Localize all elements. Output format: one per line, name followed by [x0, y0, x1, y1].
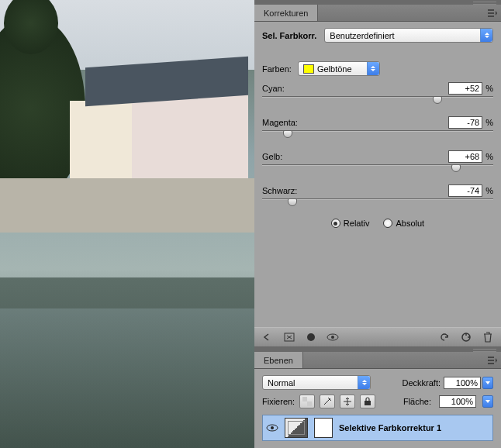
schwarz-slider[interactable] [262, 198, 493, 208]
svg-point-9 [271, 426, 274, 429]
radio-icon [383, 219, 392, 228]
slider-thumb[interactable] [451, 164, 461, 172]
ebenen-tab-label: Ebenen [264, 356, 293, 365]
gelb-label: Gelb: [262, 152, 282, 161]
previous-state-icon[interactable] [437, 331, 451, 343]
clip-layer-icon[interactable] [304, 331, 318, 343]
svg-point-3 [331, 336, 334, 339]
preset-value: Benutzerdefiniert [330, 31, 394, 40]
schwarz-label: Schwarz: [262, 186, 297, 195]
lock-label: Fixieren: [262, 397, 295, 406]
percent-label: % [485, 152, 493, 161]
expand-view-icon[interactable] [282, 331, 296, 343]
panel-grip[interactable] [254, 0, 501, 5]
cyan-value-input[interactable] [448, 82, 482, 95]
percent-label: % [485, 186, 493, 195]
method-relativ-radio[interactable]: Relativ [331, 219, 370, 228]
farben-dropdown[interactable]: Gelbtöne [298, 61, 380, 76]
gelb-value-input[interactable] [448, 150, 482, 163]
adjustment-type-label: Sel. Farbkorr. [262, 31, 316, 40]
korrekturen-tab[interactable]: Korrekturen [254, 5, 318, 21]
panel-grip[interactable] [254, 347, 501, 352]
slider-thumb[interactable] [288, 198, 297, 206]
slider-thumb[interactable] [283, 130, 292, 138]
layer-name-label: Selektive Farbkorrektur 1 [339, 423, 441, 432]
svg-rect-5 [302, 397, 307, 401]
color-swatch-icon [303, 64, 314, 74]
opacity-label: Deckkraft: [402, 378, 441, 388]
magenta-slider[interactable] [262, 130, 493, 140]
chevron-updown-icon [367, 62, 379, 75]
fill-label: Fläche: [403, 397, 431, 406]
cyan-slider[interactable] [262, 96, 493, 105]
visibility-eye-icon[interactable] [266, 422, 278, 434]
lock-transparency-icon[interactable] [299, 395, 315, 408]
trash-icon[interactable] [481, 331, 495, 343]
dropdown-arrow-icon[interactable] [482, 377, 493, 389]
ebenen-tab[interactable]: Ebenen [254, 352, 303, 368]
layer-row[interactable]: Selektive Farbkorrektur 1 [262, 415, 493, 441]
farben-value: Gelbtöne [317, 64, 352, 74]
magenta-label: Magenta: [262, 118, 298, 127]
lock-pixels-icon[interactable] [320, 395, 335, 408]
svg-rect-7 [365, 401, 371, 405]
document-image [0, 0, 254, 448]
relativ-label: Relativ [344, 219, 370, 228]
magenta-value-input[interactable] [448, 116, 482, 129]
blend-mode-dropdown[interactable]: Normal [262, 375, 371, 390]
korrekturen-tab-label: Korrekturen [264, 9, 308, 18]
method-absolut-radio[interactable]: Absolut [383, 219, 424, 228]
opacity-input[interactable] [444, 377, 481, 389]
percent-label: % [485, 118, 493, 127]
chevron-updown-icon [358, 376, 370, 389]
percent-label: % [485, 84, 493, 93]
absolut-label: Absolut [396, 219, 424, 228]
back-arrow-icon[interactable] [261, 331, 275, 343]
farben-label: Farben: [262, 64, 292, 74]
dropdown-arrow-icon[interactable] [482, 395, 493, 408]
radio-icon [331, 219, 340, 228]
cyan-label: Cyan: [262, 84, 285, 93]
reset-icon[interactable] [459, 331, 473, 343]
panel-menu-icon[interactable] [484, 5, 501, 22]
schwarz-value-input[interactable] [448, 184, 482, 197]
preset-dropdown[interactable]: Benutzerdefiniert [324, 28, 493, 43]
lock-all-icon[interactable] [360, 395, 375, 408]
layer-mask-thumb[interactable] [314, 418, 333, 438]
lock-position-icon[interactable] [340, 395, 355, 408]
svg-rect-6 [307, 401, 312, 406]
gelb-slider[interactable] [262, 164, 493, 174]
chevron-updown-icon [480, 29, 492, 42]
fill-input[interactable] [439, 395, 476, 408]
svg-point-1 [307, 333, 315, 341]
blend-mode-value: Normal [268, 378, 295, 388]
panel-menu-icon[interactable] [484, 352, 501, 369]
adjustment-layer-thumb[interactable] [285, 418, 308, 438]
slider-thumb[interactable] [433, 96, 442, 104]
toggle-visibility-icon[interactable] [326, 331, 340, 343]
